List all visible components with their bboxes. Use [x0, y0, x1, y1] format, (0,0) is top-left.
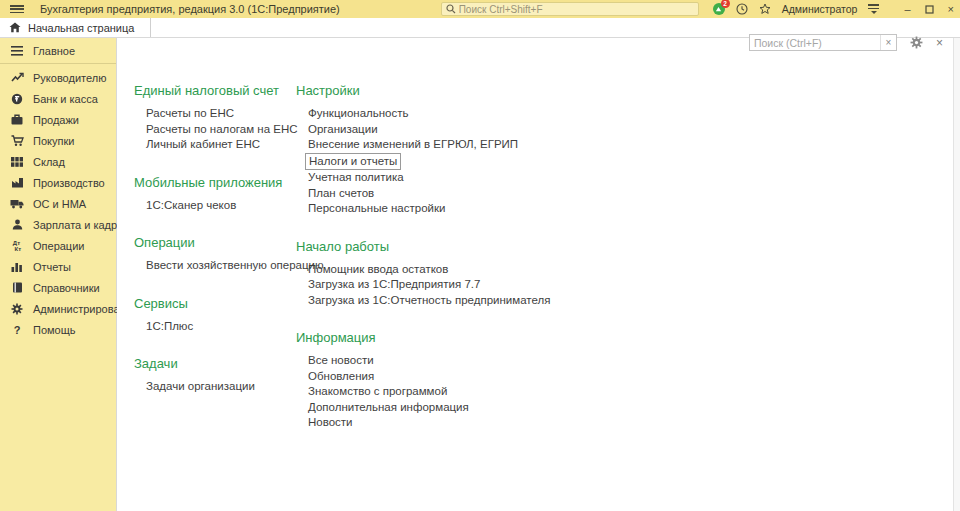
links-column-1: Единый налоговый счет Расчеты по ЕНС Рас… [134, 83, 296, 453]
app-window: Бухгалтерия предприятия, редакция 3.0 (1… [0, 0, 960, 511]
factory-icon [10, 176, 24, 190]
section-ens: Единый налоговый счет Расчеты по ЕНС Рас… [134, 83, 296, 153]
global-search[interactable] [441, 2, 699, 16]
section-heading[interactable]: Единый налоговый счет [134, 83, 296, 98]
sidebar-item-os-i-nma[interactable]: ОС и НМА [0, 193, 116, 214]
link-vse-novosti[interactable]: Все новости [308, 353, 374, 369]
sidebar-item-operacii[interactable]: Дт Кт Операции [0, 235, 116, 256]
sidebar-item-label: Склад [33, 156, 65, 168]
main-menu-icon[interactable] [10, 3, 24, 15]
link-raschety-po-ens[interactable]: Расчеты по ЕНС [146, 106, 234, 122]
section-services: Сервисы 1С:Плюс [134, 296, 296, 335]
sidebar-item-rukovoditelyu[interactable]: Руководителю [0, 67, 116, 88]
sidebar-separator [0, 63, 116, 64]
dtkt-icon: Дт Кт [10, 239, 24, 253]
panel-search[interactable]: × [749, 34, 897, 51]
link-1c-skaner-chekov[interactable]: 1С:Сканер чеков [146, 198, 236, 214]
close-window-icon[interactable]: × [948, 4, 954, 15]
notifications-icon[interactable]: 2 [713, 3, 725, 15]
sidebar-item-label: Главное [33, 45, 75, 57]
global-search-input[interactable] [459, 4, 694, 15]
section-heading[interactable]: Начало работы [296, 239, 953, 254]
panel-settings-gear-icon[interactable] [910, 36, 923, 49]
sidebar-item-pokupki[interactable]: Покупки [0, 130, 116, 151]
window-title: Бухгалтерия предприятия, редакция 3.0 (1… [40, 3, 340, 15]
link-organizacii[interactable]: Организации [308, 122, 378, 138]
link-zagruzka-iz-1c-77[interactable]: Загрузка из 1С:Предприятия 7.7 [308, 277, 480, 293]
sidebar-item-spravochniki[interactable]: Справочники [0, 277, 116, 298]
link-raschety-po-nalogam-na-ens[interactable]: Расчеты по налогам на ЕНС [146, 122, 298, 138]
section-heading[interactable]: Сервисы [134, 296, 296, 311]
briefcase-icon [10, 113, 24, 127]
link-personalnye-nastroiki[interactable]: Персональные настройки [308, 201, 445, 217]
link-lichnyi-kabinet-ens[interactable]: Личный кабинет ЕНС [146, 137, 260, 153]
sidebar-item-administrirovanie[interactable]: Администрирование [0, 298, 116, 319]
gear-icon [10, 302, 24, 316]
close-panel-icon[interactable]: × [936, 37, 943, 49]
home-icon [9, 22, 21, 33]
sidebar-item-sklad[interactable]: Склад [0, 151, 116, 172]
section-heading[interactable]: Мобильные приложения [134, 175, 296, 190]
sidebar-item-proizvodstvo[interactable]: Производство [0, 172, 116, 193]
titlebar: Бухгалтерия предприятия, редакция 3.0 (1… [0, 0, 960, 18]
sidebar-item-zarplata-i-kadry[interactable]: Зарплата и кадры [0, 214, 116, 235]
section-heading[interactable]: Настройки [296, 83, 953, 98]
section-operations: Операции Ввести хозяйственную операцию [134, 235, 296, 274]
maximize-icon[interactable] [925, 5, 934, 14]
sidebar-item-glavnoe[interactable]: Главное [0, 40, 116, 61]
vertical-scrollbar[interactable] [953, 38, 960, 511]
service-menu-icon[interactable] [868, 4, 879, 14]
link-obnovleniya[interactable]: Обновления [308, 369, 374, 385]
favorites-star-icon[interactable] [759, 3, 771, 15]
section-heading[interactable]: Задачи [134, 356, 296, 371]
tab-home-page[interactable]: Начальная страница [0, 18, 151, 37]
sidebar-item-otchety[interactable]: Отчеты [0, 256, 116, 277]
clear-search-icon[interactable]: × [880, 35, 896, 50]
notification-badge: 2 [721, 0, 730, 8]
sidebar-item-label: Помощь [33, 324, 76, 336]
sidebar-item-label: Производство [33, 177, 105, 189]
link-dopolnitelnaya-informaciya[interactable]: Дополнительная информация [308, 400, 469, 416]
section-tasks: Задачи Задачи организации [134, 356, 296, 395]
links-column-2: Настройки Функциональность Организации В… [296, 83, 953, 453]
sidebar-item-bank-i-kassa[interactable]: Банк и касса [0, 88, 116, 109]
minimize-icon[interactable]: – [904, 4, 910, 15]
section-heading[interactable]: Информация [296, 330, 953, 345]
person-icon [10, 218, 24, 232]
sidebar-item-label: Зарплата и кадры [33, 219, 125, 231]
section-settings: Настройки Функциональность Организации В… [296, 83, 953, 217]
link-znakomstvo-s-programmoi[interactable]: Знакомство с программой [308, 384, 447, 400]
link-plan-schetov[interactable]: План счетов [308, 186, 374, 202]
sidebar-item-label: Банк и касса [33, 93, 98, 105]
history-icon[interactable] [736, 3, 748, 15]
sidebar-item-pomosch[interactable]: ? Помощь [0, 319, 116, 340]
section-getting-started: Начало работы Помощник ввода остатков За… [296, 239, 953, 309]
link-zagruzka-iz-1c-otchetnost[interactable]: Загрузка из 1С:Отчетность предпринимател… [308, 293, 550, 309]
section-mobile-apps: Мобильные приложения 1С:Сканер чеков [134, 175, 296, 214]
sidebar-item-label: Продажи [33, 114, 79, 126]
current-user[interactable]: Администратор [782, 3, 858, 15]
link-pomoschnik-vvoda-ostatkov[interactable]: Помощник ввода остатков [308, 262, 448, 278]
section-heading[interactable]: Операции [134, 235, 296, 250]
panel-search-input[interactable] [750, 35, 880, 50]
sidebar-item-label: ОС и НМА [33, 198, 86, 210]
start-page-panel: × × Единый налоговый счет Расчеты по ЕНС… [117, 38, 953, 511]
panel-tools: × × [749, 34, 943, 51]
link-novosti[interactable]: Новости [308, 415, 353, 431]
coin-icon [10, 92, 24, 106]
sidebar-item-label: Отчеты [33, 261, 71, 273]
sidebar-item-prodazhi[interactable]: Продажи [0, 109, 116, 130]
book-icon [10, 281, 24, 295]
link-zadachi-organizacii[interactable]: Задачи организации [146, 379, 255, 395]
sidebar-item-label: Операции [33, 240, 84, 252]
link-1c-plus[interactable]: 1С:Плюс [146, 319, 193, 335]
section-information: Информация Все новости Обновления Знаком… [296, 330, 953, 431]
link-nalogi-i-otchety[interactable]: Налоги и отчеты [305, 153, 401, 171]
sidebar-item-label: Справочники [33, 282, 100, 294]
cart-icon [10, 134, 24, 148]
link-uchetnaya-politika[interactable]: Учетная политика [308, 170, 404, 186]
sidebar-item-label: Руководителю [33, 72, 106, 84]
grid-icon [10, 155, 24, 169]
link-funkcionalnost[interactable]: Функциональность [308, 106, 409, 122]
link-vnesenie-izmenenii-egrul-egrip[interactable]: Внесение изменений в ЕГРЮЛ, ЕГРИП [308, 137, 518, 153]
